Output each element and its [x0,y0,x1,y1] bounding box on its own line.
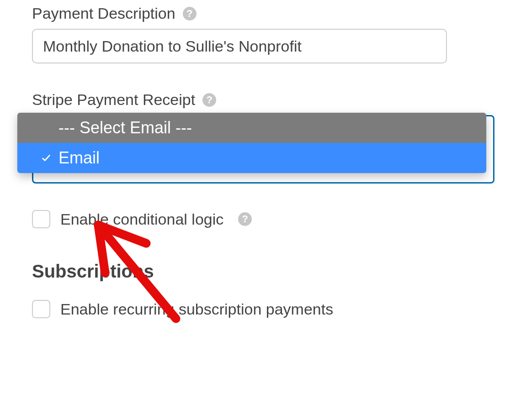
recurring-row: Enable recurring subscription payments [32,300,510,318]
checkmark-icon [41,153,51,163]
subscriptions-heading: Subscriptions [32,261,510,282]
conditional-logic-checkbox[interactable] [32,210,50,228]
stripe-receipt-select-wrap: --- Select Email --- Email [32,115,510,184]
dropdown-placeholder-label: --- Select Email --- [58,118,192,137]
payment-description-field: Payment Description ? [32,5,510,63]
recurring-label: Enable recurring subscription payments [60,300,333,318]
dropdown-placeholder-option[interactable]: --- Select Email --- [17,113,486,143]
help-icon[interactable]: ? [183,7,197,21]
conditional-logic-row: Enable conditional logic ? [32,210,510,228]
recurring-checkbox[interactable] [32,300,50,318]
settings-panel: Payment Description ? Stripe Payment Rec… [0,0,510,420]
payment-description-label-row: Payment Description ? [32,5,510,22]
stripe-receipt-dropdown[interactable]: --- Select Email --- Email [17,113,486,173]
help-icon[interactable]: ? [202,93,216,107]
stripe-receipt-label: Stripe Payment Receipt [32,91,195,109]
stripe-receipt-field: Stripe Payment Receipt ? --- Select Emai… [32,91,510,184]
help-icon[interactable]: ? [238,212,252,226]
conditional-logic-label: Enable conditional logic [60,210,223,228]
stripe-receipt-label-row: Stripe Payment Receipt ? [32,91,510,109]
payment-description-label: Payment Description [32,5,175,22]
dropdown-option-label: Email [58,148,100,168]
payment-description-input[interactable] [32,29,447,63]
dropdown-option-email[interactable]: Email [17,143,486,173]
